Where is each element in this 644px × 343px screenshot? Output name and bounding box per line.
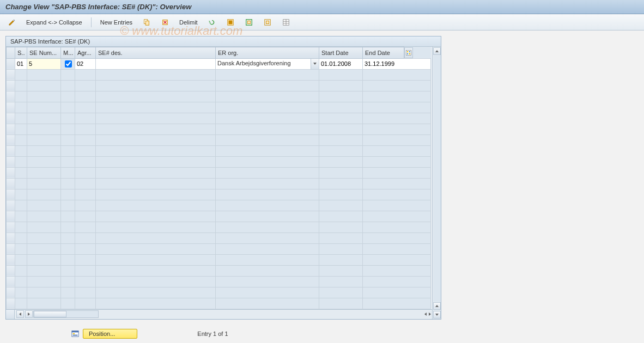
scroll-left-arrow-2[interactable]: [423, 311, 428, 317]
table-row[interactable]: [7, 134, 431, 145]
row-selector[interactable]: [7, 124, 15, 134]
delimit-label: Delimit: [179, 19, 198, 26]
expand-collapse-button[interactable]: Expand <-> Collapse: [23, 18, 86, 27]
dropdown-arrow-icon[interactable]: [311, 59, 319, 69]
row-selector[interactable]: [7, 80, 15, 91]
copy-button[interactable]: [139, 17, 154, 28]
row-selector[interactable]: [7, 156, 15, 167]
cell-start-date[interactable]: [319, 59, 362, 69]
table-row[interactable]: [7, 178, 431, 189]
table-row[interactable]: [7, 113, 431, 124]
table-row[interactable]: [7, 156, 431, 167]
deselect-all-button[interactable]: [260, 17, 275, 28]
row-selector[interactable]: [7, 222, 15, 232]
delete-button[interactable]: [157, 17, 173, 28]
cell-se-des[interactable]: [96, 59, 215, 69]
scroll-up-arrow[interactable]: [433, 47, 441, 55]
hscroll-track[interactable]: [33, 310, 99, 318]
svg-rect-6: [247, 21, 250, 23]
table-settings-button[interactable]: [278, 17, 294, 28]
table-row[interactable]: [7, 298, 431, 309]
row-selector[interactable]: [7, 265, 15, 276]
row-selector[interactable]: [7, 276, 15, 287]
col-header[interactable]: Start Date: [319, 47, 363, 59]
cell-s[interactable]: [15, 59, 27, 69]
table-row[interactable]: [7, 276, 431, 287]
col-header[interactable]: M...: [61, 47, 75, 59]
row-selector[interactable]: [7, 145, 15, 156]
table-row[interactable]: [7, 287, 431, 298]
svg-rect-14: [407, 51, 408, 52]
row-selector[interactable]: [7, 254, 15, 265]
delimit-button[interactable]: Delimit: [176, 18, 201, 27]
col-header[interactable]: SE# des.: [96, 47, 216, 59]
table-row[interactable]: [7, 102, 431, 113]
grid-title: SAP-PBS Interface: SE# (DK): [6, 36, 441, 47]
scroll-right-arrow[interactable]: [25, 310, 33, 318]
row-selector[interactable]: [7, 178, 15, 189]
hscroll-corner: [6, 310, 15, 319]
change-mode-button[interactable]: [4, 17, 20, 28]
table-row[interactable]: [7, 189, 431, 200]
data-grid[interactable]: S.. SE Num... M... Agr... SE# des. ER or…: [6, 47, 431, 309]
vscroll-track[interactable]: [433, 56, 441, 302]
cell-end-date[interactable]: [363, 59, 430, 69]
er-org-value: Dansk Arbejdsgiverforening: [216, 59, 310, 68]
cell-se-num[interactable]: [27, 59, 60, 69]
table-row[interactable]: [7, 167, 431, 178]
row-selector[interactable]: [7, 232, 15, 243]
table-row[interactable]: [7, 91, 431, 102]
row-selector[interactable]: [7, 58, 15, 69]
table-row[interactable]: [7, 200, 431, 211]
select-block-button[interactable]: [241, 17, 257, 28]
col-header[interactable]: S..: [15, 47, 27, 59]
table-row[interactable]: [7, 145, 431, 156]
select-all-button[interactable]: [223, 17, 238, 28]
row-selector[interactable]: [7, 200, 15, 211]
svg-rect-4: [228, 20, 232, 24]
col-header[interactable]: SE Num...: [27, 47, 61, 59]
row-selector[interactable]: [7, 167, 15, 178]
new-entries-button[interactable]: New Entries: [97, 18, 136, 27]
table-row[interactable]: [7, 265, 431, 276]
scroll-right-arrow-2[interactable]: [428, 311, 432, 317]
row-selector[interactable]: [7, 113, 15, 124]
row-selector[interactable]: [7, 189, 15, 200]
configure-columns-button[interactable]: [404, 47, 413, 58]
row-selector[interactable]: [7, 102, 15, 113]
horizontal-scrollbar[interactable]: [16, 310, 99, 318]
position-icon: [71, 329, 80, 338]
cell-m-checkbox[interactable]: [65, 60, 72, 68]
table-row[interactable]: [7, 124, 431, 134]
table-row[interactable]: [7, 222, 431, 232]
col-header[interactable]: Agr...: [75, 47, 96, 59]
svg-rect-8: [266, 21, 269, 23]
undo-button[interactable]: [204, 17, 220, 28]
row-selector[interactable]: [7, 91, 15, 102]
cell-agr[interactable]: [75, 59, 95, 69]
scroll-down-arrow[interactable]: [433, 311, 441, 318]
col-header[interactable]: End Date: [363, 47, 404, 59]
col-header[interactable]: ER org.: [216, 47, 319, 59]
row-selector[interactable]: [7, 298, 15, 309]
row-selector-header[interactable]: [7, 47, 15, 59]
vertical-scrollbar[interactable]: [432, 47, 441, 319]
row-selector[interactable]: [7, 211, 15, 222]
row-selector[interactable]: [7, 134, 15, 145]
table-row[interactable]: [7, 211, 431, 222]
table-row[interactable]: [7, 232, 431, 243]
table-row[interactable]: [7, 254, 431, 265]
table-row[interactable]: Dansk Arbejdsgiverforening: [7, 58, 431, 69]
scroll-left-arrow[interactable]: [16, 310, 24, 318]
table-row[interactable]: [7, 69, 431, 80]
hscroll-thumb[interactable]: [34, 311, 66, 317]
scroll-up-page[interactable]: [433, 302, 441, 310]
row-selector[interactable]: [7, 287, 15, 298]
position-button[interactable]: Position...: [83, 329, 137, 339]
table-row[interactable]: [7, 243, 431, 254]
table-row[interactable]: [7, 80, 431, 91]
page-title: Change View "SAP-PBS Interface: SE# (DK)…: [5, 3, 191, 11]
cell-er-org[interactable]: Dansk Arbejdsgiverforening: [216, 58, 319, 69]
row-selector[interactable]: [7, 69, 15, 80]
row-selector[interactable]: [7, 243, 15, 254]
